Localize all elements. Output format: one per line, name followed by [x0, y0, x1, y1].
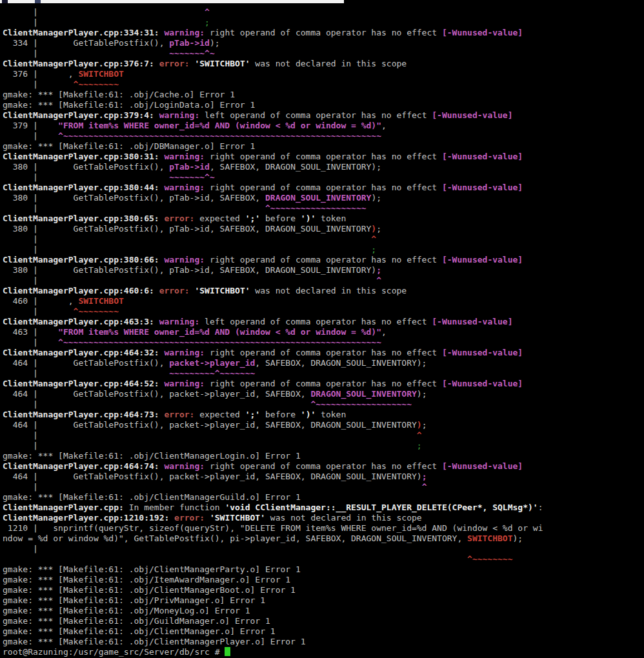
terminal-row: gmake: *** [Makefile:61: .obj/Cache.o] E… — [3, 90, 644, 100]
terminal-row: 460 | , SWITCHBOT — [3, 296, 644, 306]
terminal-row: | ^ — [3, 275, 644, 286]
terminal-row: 380 | GetTablePostfix(), pTab->id, SAFEB… — [3, 162, 644, 172]
terminal-row: | ~~~~~~~^~ — [3, 48, 644, 59]
terminal-row: | ^ — [3, 234, 644, 244]
terminal-row: ClientManagerPlayer.cpp:380:66: warning:… — [3, 255, 644, 265]
terminal-row: gmake: *** [Makefile:61: .obj/ClientMana… — [3, 585, 644, 595]
terminal-row: 380 | GetTablePostfix(), pTab->id, SAFEB… — [3, 265, 644, 275]
terminal-row: | ^ — [3, 482, 644, 492]
terminal-row: 1210 | snprintf(queryStr, sizeof(querySt… — [3, 523, 644, 533]
terminal-row: | ; — [3, 17, 644, 28]
terminal-row: gmake: *** [Makefile:61: .obj/DBManager.… — [3, 141, 644, 152]
terminal-row: 380 | GetTablePostfix(), pTab->id, SAFEB… — [3, 224, 644, 234]
terminal-row: ClientManagerPlayer.cpp:464:73: error: e… — [3, 410, 644, 420]
terminal-row: gmake: *** [Makefile:61: .obj/ClientMana… — [3, 626, 644, 637]
terminal-row: | ~~~~~~~^~ — [3, 172, 644, 183]
terminal-cursor — [225, 647, 230, 656]
terminal-row: 464 | GetTablePostfix(), packet->player_… — [3, 420, 644, 430]
terminal-row: 463 | "FROM item%s WHERE owner_id=%d AND… — [3, 327, 644, 337]
terminal-row: gmake: *** [Makefile:61: .obj/ClientMana… — [3, 564, 644, 575]
terminal-row: gmake: *** [Makefile:61: .obj/ItemAwardM… — [3, 575, 644, 585]
terminal-row: | ^~~~~~~~~ — [3, 79, 644, 90]
terminal-row: 464 | GetTablePostfix(), packet->player_… — [3, 389, 644, 399]
terminal-row: gmake: *** [Makefile:61: .obj/MoneyLog.o… — [3, 606, 644, 616]
terminal-row: 379 | "FROM item%s WHERE owner_id=%d AND… — [3, 121, 644, 131]
terminal-row: | ^~~~~~~~~~~~~~~~~~~~~~~~~~~~~~~~~~~~~~… — [3, 131, 644, 141]
terminal-row: | ^~~~~~~~~~~~~~~~~~~~~~~~~~~~~~~~~~~~~~… — [3, 337, 644, 348]
terminal-row: | ~~~~~~~~~^~~~~~~~ — [3, 368, 644, 379]
terminal-row: gmake: *** [Makefile:61: .obj/PrivManage… — [3, 595, 644, 606]
terminal-row: gmake: *** [Makefile:61: .obj/LoginData.… — [3, 100, 644, 110]
terminal-row: 464 | GetTablePostfix(), packet->player_… — [3, 358, 644, 368]
terminal-row: ClientManagerPlayer.cpp:463:3: warning: … — [3, 317, 644, 327]
terminal-row: 376 | , SWITCHBOT — [3, 69, 644, 79]
terminal-row: 334 | GetTablePostfix(), pTab->id); — [3, 38, 644, 48]
terminal-row: ClientManagerPlayer.cpp:464:52: warning:… — [3, 379, 644, 389]
terminal-row: gmake: *** [Makefile:61: .obj/ClientMana… — [3, 451, 644, 461]
terminal-row: | ^ — [3, 7, 644, 17]
terminal-row: ^~~~~~~~~ — [3, 554, 644, 564]
terminal-row: | ^ — [3, 430, 644, 441]
terminal-row: gmake: *** [Makefile:61: .obj/ClientMana… — [3, 637, 644, 647]
terminal-row: | ^~~~~~~~~~~~~~~~~~~~ — [3, 203, 644, 214]
terminal-row: gmake: *** [Makefile:61: .obj/ClientMana… — [3, 492, 644, 503]
terminal-row: | — [3, 544, 644, 554]
terminal-row: ClientManagerPlayer.cpp:1210:192: error:… — [3, 513, 644, 523]
terminal-row: | ; — [3, 244, 644, 255]
terminal-output: | ^ | ;ClientManagerPlayer.cpp:334:31: w… — [3, 7, 644, 657]
terminal-row: gmake: *** [Makefile:61: .obj/GuildManag… — [3, 616, 644, 626]
terminal-row: ClientManagerPlayer.cpp:380:44: warning:… — [3, 183, 644, 193]
terminal-row: 464 | GetTablePostfix(), packet->player_… — [3, 472, 644, 482]
terminal-row: | ^~~~~~~~~ — [3, 306, 644, 317]
terminal-row: ndow = %d or window %d)", GetTablePostfi… — [3, 533, 644, 544]
terminal-row: ClientManagerPlayer.cpp:380:65: error: e… — [3, 214, 644, 224]
terminal-row: | ^~~~~~~~~~~~~~~~~~~~ — [3, 399, 644, 410]
terminal-row: ClientManagerPlayer.cpp:464:32: warning:… — [3, 348, 644, 358]
terminal-row: | ; — [3, 441, 644, 451]
terminal-row: root@Razuning:/usr/game_src/Server/db/sr… — [3, 647, 644, 657]
terminal-row: ClientManagerPlayer.cpp:376:7: error: 'S… — [3, 59, 644, 69]
terminal-row: ClientManagerPlayer.cpp:460:6: error: 'S… — [3, 286, 644, 296]
terminal-row: ClientManagerPlayer.cpp:464:74: warning:… — [3, 461, 644, 472]
terminal-row: ClientManagerPlayer.cpp:334:31: warning:… — [3, 28, 644, 38]
terminal-row: ClientManagerPlayer.cpp:379:4: warning: … — [3, 110, 644, 121]
terminal-row: ClientManagerPlayer.cpp: In member funct… — [3, 503, 644, 513]
terminal-row: 380 | GetTablePostfix(), pTab->id, SAFEB… — [3, 193, 644, 203]
terminal-row: ClientManagerPlayer.cpp:380:31: warning:… — [3, 152, 644, 162]
terminal-screen[interactable]: | ^ | ;ClientManagerPlayer.cpp:334:31: w… — [0, 3, 644, 658]
